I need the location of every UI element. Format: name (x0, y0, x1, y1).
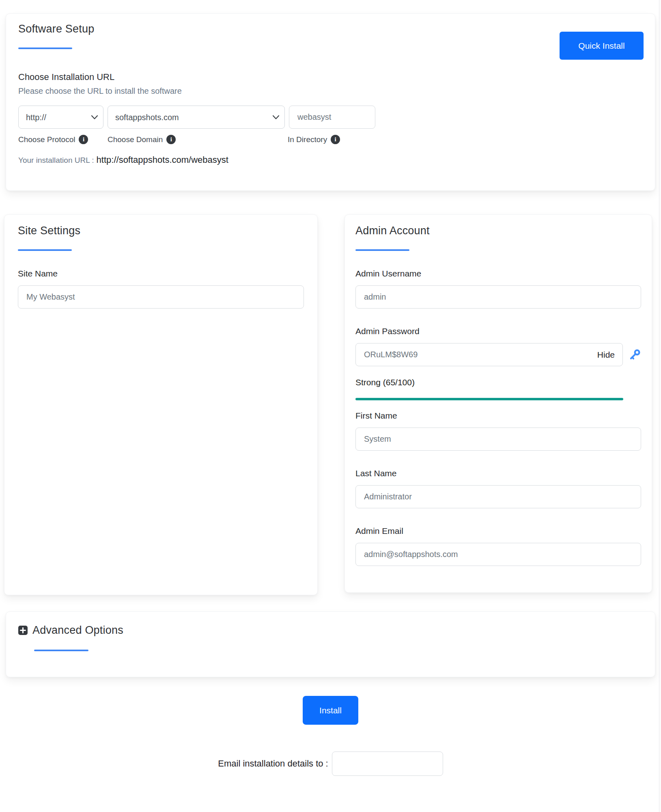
hide-password-toggle[interactable]: Hide (597, 350, 615, 360)
software-setup-underline (18, 48, 72, 49)
installation-url-hints: Choose Protocol i Choose Domain i In Dir… (18, 135, 644, 144)
key-icon[interactable] (629, 348, 641, 361)
admin-password-label: Admin Password (355, 326, 641, 336)
page-scrollbar[interactable] (659, 0, 661, 812)
domain-select-wrap: softappshots.com (108, 106, 285, 129)
site-settings-card: Site Settings Site Name (4, 214, 318, 595)
protocol-hint: Choose Protocol i (18, 135, 108, 144)
choose-installation-url-subtitle: Please choose the URL to install the sof… (18, 86, 644, 96)
last-name-label: Last Name (355, 469, 641, 478)
domain-select[interactable]: softappshots.com (108, 106, 285, 129)
email-details-label: Email installation details to : (218, 758, 328, 769)
software-setup-title: Software Setup (18, 23, 644, 35)
protocol-select-wrap: http:// (18, 106, 103, 129)
admin-username-label: Admin Username (355, 269, 641, 279)
domain-hint-label: Choose Domain (108, 135, 163, 144)
first-name-input[interactable] (355, 428, 641, 451)
site-name-input[interactable] (18, 285, 304, 309)
site-settings-underline (18, 249, 72, 251)
first-name-label: First Name (355, 411, 641, 421)
installation-url-label: Your installation URL : (18, 156, 94, 164)
site-settings-title: Site Settings (18, 225, 304, 237)
directory-hint-label: In Directory (288, 135, 327, 144)
email-details-row: Email installation details to : (0, 752, 661, 776)
site-name-label: Site Name (18, 269, 304, 279)
admin-email-label: Admin Email (355, 526, 641, 536)
admin-password-row: Hide (355, 343, 641, 366)
installation-url-preview: Your installation URL :http://softappsho… (18, 155, 644, 165)
advanced-options-card: Advanced Options (6, 611, 655, 677)
info-icon[interactable]: i (166, 135, 176, 144)
admin-password-input[interactable] (355, 343, 623, 366)
install-button[interactable]: Install (303, 696, 358, 725)
password-strength-bar (355, 398, 623, 400)
advanced-options-header: Advanced Options (18, 624, 643, 637)
email-details-input[interactable] (332, 752, 443, 776)
domain-hint: Choose Domain i (108, 135, 288, 144)
admin-account-title: Admin Account (355, 225, 641, 237)
password-strength-text: Strong (65/100) (355, 378, 641, 387)
protocol-hint-label: Choose Protocol (18, 135, 75, 144)
admin-email-input[interactable] (355, 543, 641, 566)
info-icon[interactable]: i (331, 135, 340, 144)
advanced-options-title: Advanced Options (32, 624, 123, 637)
admin-account-card: Admin Account Admin Username Admin Passw… (344, 214, 652, 593)
installation-url-value: http://softappshots.com/webasyst (97, 155, 228, 165)
settings-columns: Site Settings Site Name Admin Account Ad… (4, 214, 655, 595)
admin-username-input[interactable] (355, 285, 641, 309)
advanced-options-underline (34, 650, 88, 651)
installation-url-controls: http:// softappshots.com (18, 106, 644, 129)
directory-hint: In Directory i (288, 135, 340, 144)
plus-expand-icon[interactable] (18, 626, 28, 635)
directory-input[interactable] (289, 106, 375, 129)
admin-password-box: Hide (355, 343, 623, 366)
protocol-select[interactable]: http:// (18, 106, 103, 129)
software-setup-card: Software Setup Quick Install Choose Inst… (6, 13, 655, 191)
admin-account-underline (355, 249, 409, 251)
choose-installation-url-title: Choose Installation URL (18, 72, 644, 82)
last-name-input[interactable] (355, 485, 641, 508)
info-icon[interactable]: i (79, 135, 88, 144)
quick-install-button[interactable]: Quick Install (560, 32, 644, 60)
